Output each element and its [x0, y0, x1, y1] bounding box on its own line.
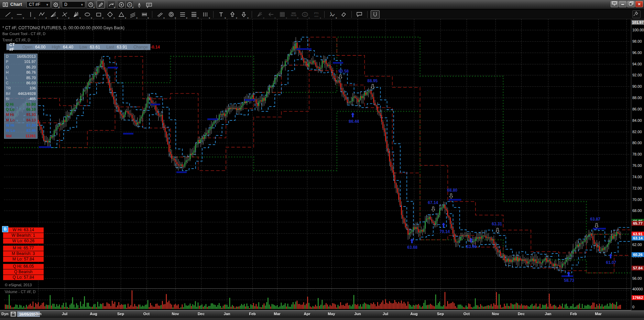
signal-box-row: W Bearish: 1: [3, 233, 44, 238]
reload-button[interactable]: ▾: [107, 1, 116, 9]
time-axis[interactable]: Dyn 16/05/2013 JunJulAugSepOctNovDecJanF…: [0, 310, 644, 317]
horizontal-line-tool[interactable]: ▾: [15, 10, 24, 19]
transfer-updown-icon[interactable]: [135, 1, 143, 9]
arrow-down-tool[interactable]: ▾: [239, 10, 248, 19]
data-window-row: M Lo84.13: [4, 118, 37, 123]
data-window-panel[interactable]: D16/05/2013P101.97O86.20H86.76L85.70C86.…: [4, 54, 37, 139]
month-axis-label: Jul: [62, 312, 67, 316]
chart-window-icon: [3, 2, 8, 7]
chart-pane: * CT #F, COTTON#2 FUTURES, D, 00:00-00:0…: [0, 19, 644, 310]
pin-toolbar-button[interactable]: [632, 10, 641, 18]
volume-value-badge: 17662: [632, 295, 644, 300]
price-level-badge: 63.14: [632, 236, 644, 241]
price-tick-label: 78.00: [632, 152, 642, 156]
fib-extension-tool[interactable]: ▾: [189, 10, 198, 19]
minimize-button[interactable]: [619, 1, 626, 7]
symbol-settings-button[interactable]: ▾: [52, 1, 60, 9]
play-button[interactable]: [117, 1, 125, 9]
month-axis-label: Jan: [224, 312, 230, 316]
data-window-row: B#4463/4928: [4, 91, 37, 96]
ray-fan-tool[interactable]: ▾: [72, 10, 80, 19]
signal-summary-box[interactable]: B W Hi: 63.14W Bearish: 1W Lo: 60.26M Hi…: [3, 227, 44, 280]
arrow-up-tool[interactable]: ▾: [228, 10, 237, 19]
interval-value: D: [64, 2, 67, 7]
navy-marker-dash: [449, 199, 461, 201]
window-controls: ✕: [611, 1, 643, 7]
price-tick-label: 98.00: [632, 39, 642, 43]
triangle-tool[interactable]: ▾: [117, 10, 126, 19]
ellipse-tool[interactable]: ▾: [83, 10, 92, 19]
chevron-down-icon: ▼: [46, 2, 49, 8]
toolbar-separator: [324, 11, 325, 18]
data-window-row: H86.76: [4, 70, 37, 75]
fib-circles-tool[interactable]: ▾: [167, 10, 176, 19]
svg-text:TJ: TJ: [304, 13, 306, 16]
fan-lines-tool[interactable]: ▾: [49, 10, 58, 19]
volume-tick-label: 40000: [632, 287, 643, 291]
auto-refresh-button[interactable]: A ▾: [125, 1, 134, 9]
symbol-combo[interactable]: CT #F ▼: [26, 1, 51, 8]
diamond-tool[interactable]: ▾: [106, 10, 114, 19]
toolbar-separator: [252, 11, 252, 18]
month-axis-label: Sep: [437, 312, 444, 316]
lock-icon[interactable]: [10, 311, 16, 317]
signal-box-row: W Lo: 60.26: [3, 238, 44, 244]
price-tick-label: 82.00: [632, 130, 642, 134]
text-tool[interactable]: ▾: [217, 10, 226, 19]
month-axis-label: Feb: [570, 312, 577, 316]
pti-study-tool: PTIxxxx▾: [312, 10, 321, 19]
price-tick-label: 92.00: [632, 73, 642, 77]
blue-up-arrow-icon: [441, 222, 446, 228]
black-down-arrow-icon: [594, 223, 599, 228]
restore-button[interactable]: [627, 1, 635, 7]
interval-combo[interactable]: D ▼: [62, 1, 85, 8]
quote-summary-bar[interactable]: CT #F Open64.00High64.40Low63.61Last63.9…: [6, 44, 151, 50]
study-title-trend: Trend - CT #F, D: [2, 38, 30, 42]
rectangle-tool[interactable]: ▾: [94, 10, 103, 19]
svg-text:L: L: [330, 11, 332, 14]
magnet-snap-tool[interactable]: [371, 10, 380, 19]
time-template-button[interactable]: ▾: [87, 1, 95, 9]
price-axis[interactable]: 101.97100.0098.0096.0094.0092.0090.0088.…: [631, 19, 644, 310]
volume-tick-label: 0: [632, 305, 634, 309]
cross-lines-tool[interactable]: ▾: [60, 10, 69, 19]
price-chart-canvas[interactable]: [0, 19, 631, 310]
data-window-row: Vol11281: [4, 134, 37, 139]
month-axis-label: Dec: [518, 312, 525, 316]
price-level-badge: 57.84: [632, 266, 644, 270]
chart-application-window: Chart CT #F ▼ ▾ D ▼ ▾ ▾ A ▾: [0, 0, 644, 320]
month-axis-label: Jun: [35, 312, 42, 316]
last-price-top-badge: 101.97: [632, 20, 644, 25]
svg-text:MOB: MOB: [291, 14, 296, 17]
data-window-row: Q Hi93.80: [4, 102, 37, 107]
close-button[interactable]: ✕: [635, 1, 643, 7]
price-tick-label: 76.00: [632, 163, 642, 168]
chart-title: * CT #F, COTTON#2 FUTURES, D, 00:00-00:0…: [2, 25, 124, 30]
draw-mode-button[interactable]: [97, 1, 105, 9]
signal-price-label: 86.44: [349, 119, 359, 124]
navy-marker-dash: [207, 118, 218, 120]
trendline-tool[interactable]: ▾: [3, 10, 12, 19]
data-window-row: L85.70: [4, 75, 37, 81]
fib-time-tool[interactable]: ▾: [201, 10, 210, 19]
note-tool[interactable]: [355, 10, 364, 19]
fib-retracement-tool[interactable]: ▾: [178, 10, 187, 19]
eraser-tool[interactable]: [339, 10, 348, 19]
signal-price-label: 88.95: [367, 78, 378, 83]
signal-price-label: 68.80: [447, 188, 457, 193]
dyn-scale-label: Dyn: [1, 312, 9, 316]
volume-pane-label: Volume - CT #F, D: [5, 290, 36, 294]
navy-marker-dash: [176, 171, 187, 173]
month-axis-label: Jan: [545, 312, 552, 316]
parallel-lines-tool[interactable]: ▾: [128, 10, 137, 19]
vertical-line-tool[interactable]: ▾: [26, 10, 35, 19]
price-tick-label: 86.00: [632, 107, 642, 111]
comment-bubble-icon[interactable]: [145, 1, 153, 9]
pitchfork-tool[interactable]: ▾: [140, 10, 149, 19]
zigzag-label-tool[interactable]: L▾: [328, 10, 337, 19]
window-menu-button[interactable]: [611, 1, 618, 7]
zigzag-tool[interactable]: ▾: [37, 10, 46, 19]
parallel-channel-tool[interactable]: ▾: [155, 10, 164, 19]
month-axis-label: Aug: [90, 312, 97, 316]
signal-price-label: 61.07: [606, 260, 616, 265]
